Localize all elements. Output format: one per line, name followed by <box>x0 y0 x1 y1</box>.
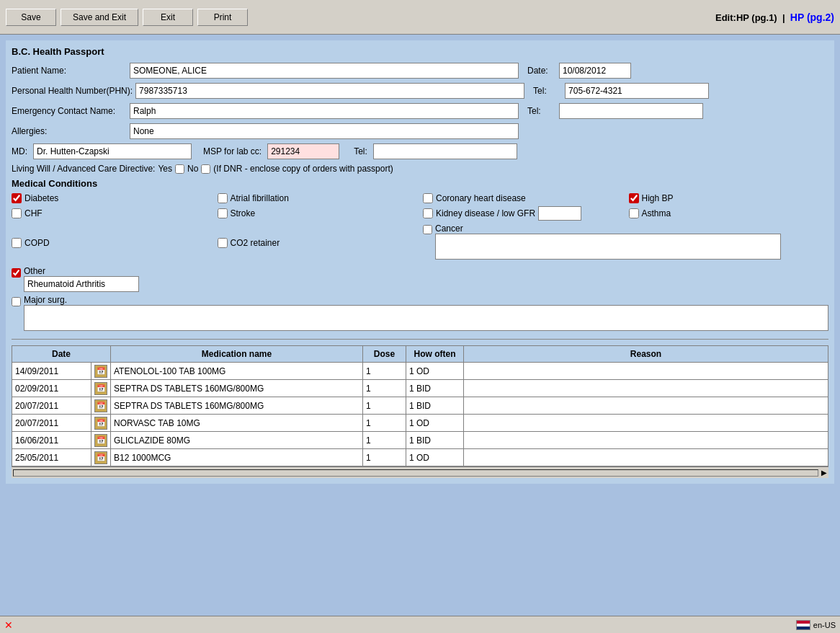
edit-label: Edit:HP (pg.1) | HP (pg.2) <box>715 12 834 23</box>
page2-link[interactable]: HP (pg.2) <box>790 12 834 23</box>
allergies-input[interactable] <box>130 123 519 139</box>
copd-label: COPD <box>24 238 50 248</box>
highbp-checkbox[interactable] <box>629 193 639 203</box>
cancer-area: Cancer <box>423 223 828 262</box>
yes-label: Yes <box>158 164 172 174</box>
major-surg-checkbox[interactable] <box>12 297 21 306</box>
condition-chd: Coronary heart disease <box>423 193 623 203</box>
conditions-grid: Diabetes Atrial fibrillation Coronary he… <box>12 193 828 262</box>
condition-kidney: Kidney disease / low GFR <box>423 206 623 221</box>
date-col-header: Date <box>12 346 111 363</box>
calendar-icon-cell[interactable]: 📅 <box>91 432 111 449</box>
save-button[interactable]: Save <box>6 9 56 26</box>
yes-checkbox[interactable] <box>175 164 184 174</box>
md-label: MD: <box>12 146 27 156</box>
copd-checkbox[interactable] <box>12 238 22 248</box>
calendar-icon[interactable]: 📅 <box>94 382 107 395</box>
afib-checkbox[interactable] <box>218 193 228 203</box>
phn-label: Personal Health Number(PHN): <box>12 86 133 96</box>
medname-col-header: Medication name <box>111 346 363 363</box>
med-howoften-cell: 1 OD <box>406 363 464 380</box>
tel3-input[interactable] <box>373 143 517 159</box>
major-surg-input[interactable] <box>24 305 828 331</box>
emergency-row: Emergency Contact Name: Tel: <box>12 103 828 119</box>
chf-checkbox[interactable] <box>12 208 22 218</box>
save-exit-button[interactable]: Save and Exit <box>61 9 138 26</box>
stroke-checkbox[interactable] <box>218 208 228 218</box>
date-input[interactable] <box>559 63 631 79</box>
kidney-gfr-input[interactable] <box>538 206 581 221</box>
calendar-icon[interactable]: 📅 <box>94 434 107 447</box>
scrollbar-area[interactable]: ▶ <box>12 466 828 478</box>
phn-row: Personal Health Number(PHN): Tel: <box>12 83 828 99</box>
calendar-icon-cell[interactable]: 📅 <box>91 415 111 432</box>
med-howoften-cell: 1 OD <box>406 449 464 466</box>
co2-checkbox[interactable] <box>218 238 228 248</box>
calendar-icon[interactable]: 📅 <box>94 417 107 430</box>
calendar-icon-cell[interactable]: 📅 <box>91 397 111 415</box>
phn-input[interactable] <box>135 83 524 99</box>
form-area: B.C. Health Passport Patient Name: Date:… <box>6 40 834 484</box>
med-dose-cell: 1 <box>363 380 406 397</box>
cancer-checkbox[interactable] <box>423 225 432 234</box>
highbp-label: High BP <box>642 193 674 203</box>
toolbar-buttons: Save Save and Exit Exit Print <box>6 9 248 26</box>
exit-button[interactable]: Exit <box>143 9 193 26</box>
kidney-checkbox[interactable] <box>423 208 433 218</box>
condition-copd: COPD <box>12 223 212 262</box>
med-dose-cell: 1 <box>363 415 406 432</box>
other-label: Other <box>24 266 828 276</box>
table-row: 14/09/2011 📅 ATENOLOL-100 TAB 100MG 1 1 … <box>12 363 828 380</box>
tel-input[interactable] <box>565 83 709 99</box>
asthma-checkbox[interactable] <box>629 208 639 218</box>
major-surg-label: Major surg. <box>24 295 828 305</box>
emergency-input[interactable] <box>130 103 519 119</box>
living-will-row: Living Will / Advanced Care Directive: Y… <box>12 164 828 174</box>
calendar-icon[interactable]: 📅 <box>94 451 107 464</box>
close-icon[interactable]: ✕ <box>4 619 13 631</box>
med-howoften-cell: 1 BID <box>406 397 464 415</box>
page-info: HP (pg.1) <box>736 12 777 23</box>
calendar-icon-cell[interactable]: 📅 <box>91 363 111 380</box>
msp-input[interactable] <box>267 143 339 159</box>
med-reason-cell <box>464 432 828 449</box>
cancer-input[interactable] <box>435 234 781 260</box>
form-title: B.C. Health Passport <box>12 46 828 57</box>
print-button[interactable]: Print <box>197 9 248 26</box>
other-checkbox[interactable] <box>12 268 21 278</box>
scroll-right-btn[interactable]: ▶ <box>821 469 827 477</box>
patient-name-input[interactable] <box>130 63 519 79</box>
calendar-icon-cell[interactable]: 📅 <box>91 380 111 397</box>
calendar-icon[interactable]: 📅 <box>94 399 107 412</box>
stroke-label: Stroke <box>231 208 256 218</box>
no-checkbox[interactable] <box>201 164 210 174</box>
asthma-label: Asthma <box>642 208 671 218</box>
conditions-title: Medical Conditions <box>12 178 828 189</box>
med-date-cell: 20/07/2011 <box>12 397 91 415</box>
md-row: MD: MSP for lab cc: Tel: <box>12 143 828 159</box>
tel2-input[interactable] <box>559 103 703 119</box>
msp-label: MSP for lab cc: <box>203 146 262 156</box>
med-reason-cell <box>464 449 828 466</box>
diabetes-checkbox[interactable] <box>12 193 22 203</box>
condition-diabetes: Diabetes <box>12 193 212 203</box>
chd-checkbox[interactable] <box>423 193 433 203</box>
allergies-row: Allergies: <box>12 123 828 139</box>
med-howoften-cell: 1 BID <box>406 432 464 449</box>
med-name-cell: GLICLAZIDE 80MG <box>111 432 363 449</box>
other-input[interactable] <box>24 276 139 292</box>
med-dose-cell: 1 <box>363 363 406 380</box>
allergies-label: Allergies: <box>12 126 127 136</box>
calendar-icon[interactable]: 📅 <box>94 365 107 378</box>
md-input[interactable] <box>33 143 192 159</box>
med-name-cell: B12 1000MCG <box>111 449 363 466</box>
toolbar: Save Save and Exit Exit Print Edit:HP (p… <box>0 0 840 35</box>
horizontal-scrollbar[interactable] <box>13 469 818 477</box>
med-howoften-cell: 1 OD <box>406 415 464 432</box>
tel2-label: Tel: <box>527 106 556 116</box>
med-date-cell: 02/09/2011 <box>12 380 91 397</box>
date-label: Date: <box>527 66 556 76</box>
calendar-icon-cell[interactable]: 📅 <box>91 449 111 466</box>
main-content: B.C. Health Passport Patient Name: Date:… <box>0 35 840 616</box>
table-row: 20/07/2011 📅 NORVASC TAB 10MG 1 1 OD <box>12 415 828 432</box>
